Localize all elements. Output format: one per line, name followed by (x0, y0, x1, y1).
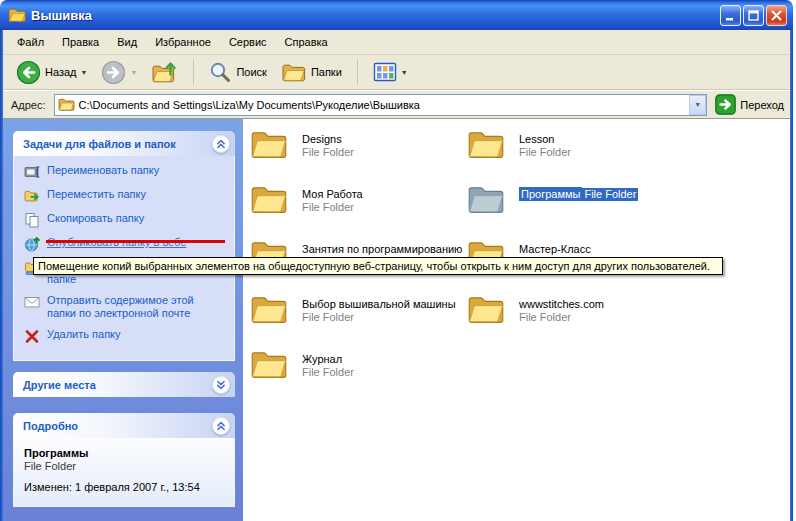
folder-tile-programmy-selected[interactable]: ПрограммыFile Folder (467, 182, 684, 237)
folders-icon (281, 61, 307, 84)
close-icon (770, 9, 783, 22)
window-folder-icon (8, 7, 26, 23)
folder-type: File Folder (302, 366, 354, 379)
forward-button[interactable]: ▼ (96, 57, 142, 88)
folder-name: Моя Работа (302, 187, 363, 201)
rename-icon (24, 164, 40, 180)
expand-button[interactable] (212, 376, 230, 394)
forward-icon (101, 60, 126, 85)
window-title: Вышивка (31, 8, 92, 23)
folder-icon (467, 182, 505, 216)
details-body: Программы File Folder Изменен: 1 февраля… (13, 438, 235, 507)
address-dropdown-button[interactable]: ▼ (689, 95, 706, 115)
details-title: Подробно (23, 420, 78, 432)
folder-icon (467, 292, 505, 326)
search-icon (209, 61, 232, 84)
forward-dropdown-icon: ▼ (130, 69, 137, 76)
task-email-folder[interactable]: Отправить содержимое этой папки по элект… (24, 294, 228, 320)
chevron-up-icon (214, 137, 228, 151)
task-delete-folder[interactable]: Удалить папку (24, 328, 228, 344)
collapse-button[interactable] (212, 135, 230, 153)
folder-name: Выбор вышивальной машины (302, 297, 456, 311)
task-publish-folder-web[interactable]: Опубликовать папку в вебе (24, 236, 228, 252)
details-panel: Подробно Программы File Folder Изменен: … (13, 413, 235, 507)
menu-tools[interactable]: Сервис (220, 33, 276, 51)
publish-web-icon (24, 236, 40, 252)
window-right-border (790, 30, 793, 521)
delete-icon (24, 328, 40, 344)
explorer-window: Вышивка Файл Правка Вид Избранное Сервис… (0, 0, 796, 521)
folder-icon (250, 292, 288, 326)
file-tasks-title: Задачи для файлов и папок (23, 138, 176, 150)
back-button[interactable]: Назад ▼ (11, 57, 92, 88)
folder-type: File Folder (302, 201, 363, 214)
menu-bar: Файл Правка Вид Избранное Сервис Справка (3, 30, 790, 55)
folder-tile-zhurnal[interactable]: ЖурналFile Folder (250, 347, 467, 402)
title-bar: Вышивка (0, 0, 793, 30)
task-rename-folder[interactable]: Переименовать папку (24, 164, 228, 180)
folder-tile-lesson[interactable]: LessonFile Folder (467, 127, 684, 182)
file-list-area: DesignsFile Folder LessonFile Folder Моя… (243, 119, 790, 521)
close-button[interactable] (766, 5, 787, 26)
folder-tile-vybor-mashiny[interactable]: Выбор вышивальной машиныFile Folder (250, 292, 467, 347)
views-button[interactable]: ▼ (368, 58, 413, 86)
task-label: Отправить содержимое этой папки по элект… (47, 294, 219, 320)
toolbar-separator (193, 59, 194, 85)
folder-tile-moya-rabota[interactable]: Моя РаботаFile Folder (250, 182, 467, 237)
task-pane-sidebar: Задачи для файлов и папок Переименовать … (3, 119, 243, 521)
task-label: Переместить папку (47, 188, 219, 201)
folder-name: Designs (302, 132, 354, 146)
menu-edit[interactable]: Правка (53, 33, 108, 51)
menu-help[interactable]: Справка (276, 33, 337, 51)
folder-type: File Folder (302, 146, 354, 159)
address-bar: Адрес: C:\Documents and Settings\Liza\My… (3, 91, 790, 119)
red-annotation-underline (46, 240, 225, 243)
back-icon (16, 60, 41, 85)
up-button[interactable] (146, 57, 183, 88)
go-button[interactable]: Переход (715, 94, 784, 115)
chevron-down-icon: ▼ (694, 101, 701, 108)
folder-icon (250, 127, 288, 161)
collapse-button[interactable] (212, 417, 230, 435)
maximize-icon (747, 9, 760, 22)
search-button[interactable]: Поиск (204, 58, 271, 87)
copy-icon (24, 212, 40, 228)
email-icon (24, 294, 40, 310)
other-places-header[interactable]: Другие места (13, 372, 235, 397)
other-places-title: Другие места (23, 379, 96, 391)
folder-tile-designs[interactable]: DesignsFile Folder (250, 127, 467, 182)
views-dropdown-icon[interactable]: ▼ (401, 69, 408, 76)
folder-name: wwwstitches.com (519, 297, 604, 311)
search-label: Поиск (236, 66, 266, 78)
tooltip-text: Помещение копий выбранных элементов на о… (38, 260, 710, 272)
details-header[interactable]: Подробно (13, 413, 235, 438)
back-dropdown-icon[interactable]: ▼ (81, 69, 88, 76)
file-tasks-header[interactable]: Задачи для файлов и папок (13, 131, 235, 156)
chevron-down-icon (214, 378, 228, 392)
maximize-button[interactable] (743, 5, 764, 26)
folder-name: Мастер-Класс (519, 242, 591, 256)
menu-file[interactable]: Файл (8, 33, 53, 51)
menu-favorites[interactable]: Избранное (146, 33, 220, 51)
menu-view[interactable]: Вид (108, 33, 146, 51)
task-copy-folder[interactable]: Скопировать папку (24, 212, 228, 228)
folder-tile-wwwstitches[interactable]: wwwstitches.comFile Folder (467, 292, 684, 347)
other-places-panel: Другие места (13, 372, 235, 397)
folder-icon (467, 127, 505, 161)
go-arrow-icon (715, 94, 736, 115)
minimize-button[interactable] (720, 5, 741, 26)
details-folder-name: Программы (24, 446, 224, 460)
task-move-folder[interactable]: Переместить папку (24, 188, 228, 204)
task-label: Скопировать папку (47, 212, 219, 225)
folder-type: File Folder (519, 146, 571, 159)
move-icon (24, 188, 40, 204)
address-label: Адрес: (11, 99, 46, 111)
folder-type: File Folder (519, 311, 604, 324)
address-path[interactable]: C:\Documents and Settings\Liza\My Docume… (75, 99, 690, 111)
folders-label: Папки (311, 66, 342, 78)
folder-name: Занятия по программированию (302, 242, 462, 256)
go-label: Переход (740, 99, 784, 111)
folders-button[interactable]: Папки (276, 58, 347, 87)
address-combo[interactable]: C:\Documents and Settings\Liza\My Docume… (54, 94, 708, 116)
back-label: Назад (45, 66, 77, 78)
